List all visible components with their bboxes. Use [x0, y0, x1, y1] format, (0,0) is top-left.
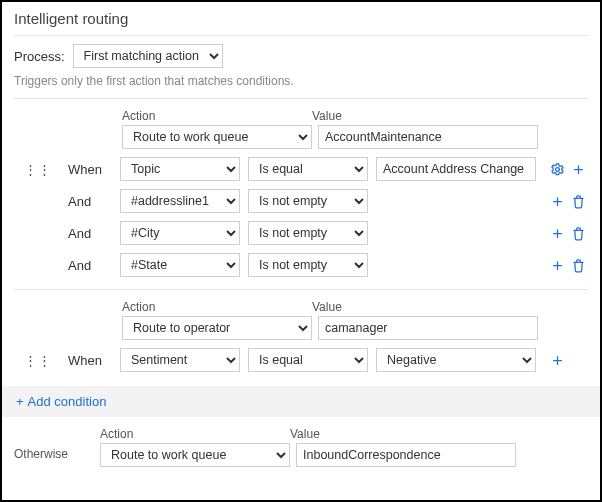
divider	[14, 35, 588, 36]
otherwise-action-select[interactable]: Route to work queue	[100, 443, 290, 467]
condition-value-input[interactable]	[376, 157, 536, 181]
field-select[interactable]: #State	[120, 253, 240, 277]
plus-icon[interactable]	[550, 258, 565, 273]
when-keyword: When	[68, 162, 112, 177]
page-title: Intelligent routing	[14, 10, 588, 27]
action-select[interactable]: Route to operator	[122, 316, 312, 340]
process-select[interactable]: First matching action	[73, 44, 223, 68]
field-select[interactable]: Sentiment	[120, 348, 240, 372]
value-input[interactable]	[318, 125, 538, 149]
drag-handle-icon[interactable]: ⋮⋮	[24, 353, 38, 368]
routing-group: Action Value Route to operator ⋮⋮ When S…	[14, 300, 588, 372]
action-header: Action	[122, 109, 312, 123]
otherwise-value-input[interactable]	[296, 443, 516, 467]
drag-handle-icon[interactable]: ⋮⋮	[24, 162, 38, 177]
otherwise-label: Otherwise	[14, 427, 90, 461]
divider	[14, 289, 588, 290]
operator-select[interactable]: Is equal	[248, 157, 368, 181]
operator-select[interactable]: Is not empty	[248, 189, 368, 213]
plus-icon[interactable]	[550, 353, 565, 368]
gear-icon[interactable]	[550, 162, 565, 177]
divider	[14, 98, 588, 99]
svg-point-0	[556, 167, 560, 171]
value-header: Value	[312, 300, 342, 314]
process-hint: Triggers only the first action that matc…	[14, 74, 588, 88]
plus-icon: +	[16, 394, 24, 409]
and-keyword: And	[68, 258, 112, 273]
operator-select[interactable]: Is not empty	[248, 221, 368, 245]
value-header: Value	[312, 109, 342, 123]
routing-group: Action Value Route to work queue ⋮⋮ When…	[14, 109, 588, 277]
value-input[interactable]	[318, 316, 538, 340]
operator-select[interactable]: Is equal	[248, 348, 368, 372]
action-header: Action	[100, 427, 290, 441]
action-select[interactable]: Route to work queue	[122, 125, 312, 149]
plus-icon[interactable]	[550, 194, 565, 209]
otherwise-section: Otherwise Action Value Route to work que…	[2, 417, 600, 479]
add-condition-button[interactable]: +Add condition	[2, 386, 600, 417]
and-keyword: And	[68, 194, 112, 209]
field-select[interactable]: #addressline1	[120, 189, 240, 213]
field-select[interactable]: Topic	[120, 157, 240, 181]
plus-icon[interactable]	[571, 162, 586, 177]
field-select[interactable]: #City	[120, 221, 240, 245]
process-label: Process:	[14, 49, 65, 64]
when-keyword: When	[68, 353, 112, 368]
trash-icon[interactable]	[571, 194, 586, 209]
plus-icon[interactable]	[550, 226, 565, 241]
and-keyword: And	[68, 226, 112, 241]
action-header: Action	[122, 300, 312, 314]
operator-select[interactable]: Is not empty	[248, 253, 368, 277]
trash-icon[interactable]	[571, 258, 586, 273]
value-header: Value	[290, 427, 320, 441]
condition-value-select[interactable]: Negative	[376, 348, 536, 372]
trash-icon[interactable]	[571, 226, 586, 241]
